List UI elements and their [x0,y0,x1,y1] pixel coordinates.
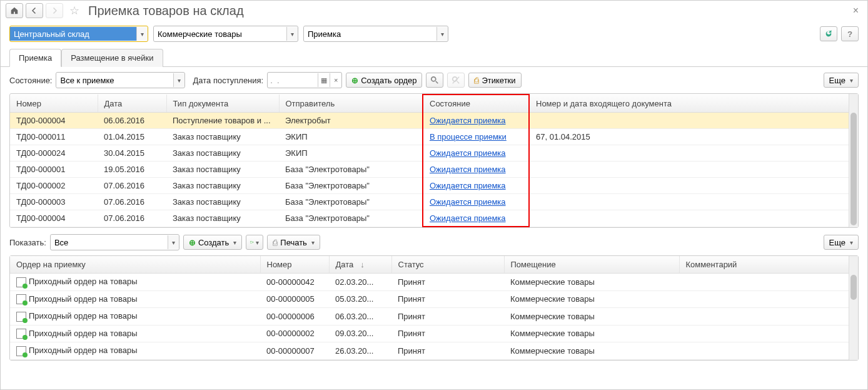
goods-type-combo[interactable]: ▾ [153,26,298,42]
show-filter-dropdown-icon[interactable]: ▾ [168,235,179,249]
table-row[interactable]: Приходный ордер на товары00-0000004202.0… [10,274,858,291]
state-filter-input[interactable] [56,73,173,87]
table-row[interactable]: ТД00-00001101.04.2015Заказ поставщикуЭКИ… [10,129,858,145]
state-link[interactable]: Ожидается приемка [430,197,506,207]
help-button[interactable]: ? [841,26,859,41]
operation-combo[interactable]: ▾ [303,26,448,42]
col-order-num[interactable]: Номер [260,256,329,274]
warehouse-combo[interactable]: ▾ [9,26,148,42]
cell-room: Коммерческие товары [504,325,679,342]
calendar-icon[interactable]: ▦ [318,73,330,87]
create-order-button[interactable]: ⊕Создать ордер [346,73,422,88]
goods-type-dropdown-icon[interactable]: ▾ [286,27,298,41]
cell-order: Приходный ордер на товары [10,342,260,360]
scrollbar[interactable] [849,256,858,360]
chevron-down-icon: ▾ [233,239,236,246]
close-button[interactable]: × [849,5,862,16]
cell-status: Принят [391,342,504,360]
state-link[interactable]: Ожидается приемка [430,181,506,190]
col-date[interactable]: Дата [98,95,166,113]
col-type[interactable]: Тип документа [166,95,279,113]
labels-button[interactable]: ⎙Этикетки [468,73,521,88]
goods-type-input[interactable] [154,27,286,41]
home-button[interactable] [6,3,23,18]
cell-num: ТД00-000024 [10,145,98,162]
more-button[interactable]: Еще▾ [824,73,859,88]
date-filter-field[interactable]: ▦ × [267,72,342,88]
cell-num: ТД00-000002 [10,178,98,194]
search-button[interactable] [426,73,443,88]
col-status[interactable]: Статус [391,256,504,274]
table-row[interactable]: ТД00-00002430.04.2015Заказ поставщикуЭКИ… [10,145,858,162]
favorite-icon[interactable]: ☆ [69,4,79,18]
warehouse-input[interactable] [10,27,136,41]
print-button[interactable]: ⎙Печать▾ [267,235,320,250]
col-sender[interactable]: Отправитель [279,95,423,113]
based-on-button[interactable]: ▾ [246,235,263,250]
clear-search-button[interactable] [447,73,465,88]
cell-state[interactable]: В процессе приемки [423,129,529,145]
cell-state[interactable]: Ожидается приемка [423,162,529,178]
plus-icon: ⊕ [189,238,196,247]
state-link[interactable]: В процессе приемки [430,132,507,141]
cell-room: Коммерческие товары [504,290,679,308]
back-button[interactable] [26,3,43,18]
state-filter-combo[interactable]: ▾ [56,72,185,88]
tab-reception[interactable]: Приемка [9,49,61,67]
date-filter-label: Дата поступления: [193,76,263,85]
scroll-thumb[interactable] [850,275,857,300]
date-clear-icon[interactable]: × [330,73,341,87]
cell-type: Заказ поставщику [166,129,279,145]
cell-incoming [529,194,858,210]
table-row[interactable]: ТД00-00000207.06.2016Заказ поставщикуБаз… [10,178,858,194]
forward-button[interactable] [46,3,63,18]
col-number[interactable]: Номер [10,95,98,113]
table-row[interactable]: ТД00-00000407.06.2016Заказ поставщикуБаз… [10,210,858,227]
cell-state[interactable]: Ожидается приемка [423,113,529,129]
cell-state[interactable]: Ожидается приемка [423,194,529,210]
col-order-date[interactable]: Дата ↓ [329,256,391,274]
show-filter-combo[interactable]: ▾ [50,234,179,250]
table-row[interactable]: Приходный ордер на товары00-0000000505.0… [10,290,858,308]
documents-table: Номер Дата Тип документа Отправитель Сос… [9,93,859,228]
warehouse-dropdown-icon[interactable]: ▾ [136,27,148,41]
table-row[interactable]: ТД00-00000307.06.2016Заказ поставщикуБаз… [10,194,858,210]
tab-placement[interactable]: Размещение в ячейки [61,49,163,67]
col-state[interactable]: Состояние [423,95,529,113]
state-link[interactable]: Ожидается приемка [430,148,506,158]
cell-type: Заказ поставщику [166,210,279,227]
table-row[interactable]: Приходный ордер на товары00-0000000209.0… [10,325,858,342]
sort-asc-icon: ↓ [360,260,365,269]
cell-status: Принят [391,274,504,291]
refresh-button[interactable] [820,26,837,41]
show-filter-input[interactable] [51,235,168,249]
operation-input[interactable] [304,27,437,41]
scroll-thumb[interactable] [850,113,857,225]
state-link[interactable]: Ожидается приемка [430,116,506,125]
state-filter-label: Состояние: [9,76,52,85]
col-room[interactable]: Помещение [504,256,679,274]
state-link[interactable]: Ожидается приемка [430,165,506,174]
scrollbar[interactable] [849,94,858,227]
operation-dropdown-icon[interactable]: ▾ [437,27,448,41]
table-row[interactable]: ТД00-00000406.06.2016Поступление товаров… [10,113,858,129]
table-row[interactable]: ТД00-00000119.05.2016Заказ поставщикуБаз… [10,162,858,178]
create-button[interactable]: ⊕Создать▾ [183,235,242,250]
date-filter-input[interactable] [268,76,318,85]
cell-num: ТД00-000004 [10,210,98,227]
table-row[interactable]: Приходный ордер на товары00-0000000606.0… [10,308,858,326]
cell-state[interactable]: Ожидается приемка [423,178,529,194]
cell-sender: Электробыт [279,113,423,129]
cell-room: Коммерческие товары [504,342,679,360]
more-button-2[interactable]: Еще▾ [824,235,859,250]
cell-state[interactable]: Ожидается приемка [423,145,529,162]
table-row[interactable]: Приходный ордер на товары00-0000000726.0… [10,342,858,360]
state-filter-dropdown-icon[interactable]: ▾ [173,73,184,87]
col-order[interactable]: Ордер на приемку [10,256,260,274]
col-comment[interactable]: Комментарий [679,256,858,274]
cell-state[interactable]: Ожидается приемка [423,210,529,227]
cell-sender: База "Электротовары" [279,178,423,194]
chevron-down-icon: ▾ [311,239,315,246]
state-link[interactable]: Ожидается приемка [430,213,506,223]
col-incoming[interactable]: Номер и дата входящего документа [529,95,858,113]
